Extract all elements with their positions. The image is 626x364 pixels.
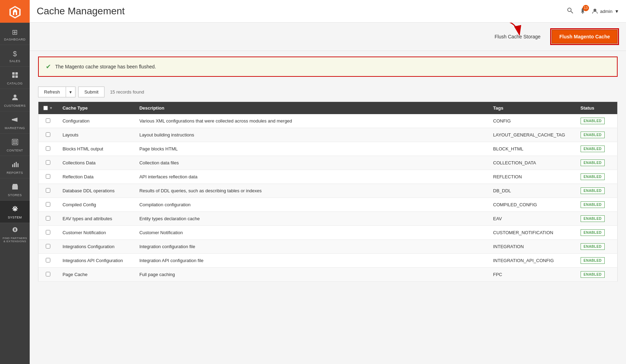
status-badge: ENABLED [581, 201, 605, 208]
row-description: Customer Notification [134, 226, 488, 240]
sidebar-item-label: SALES [9, 59, 21, 63]
row-cache-type: Database DDL operations [58, 184, 134, 198]
row-status: ENABLED [576, 142, 618, 156]
svg-point-20 [582, 13, 583, 14]
success-checkmark-icon: ✔ [46, 63, 51, 70]
status-badge: ENABLED [581, 146, 605, 152]
customers-icon [12, 94, 19, 103]
row-checkbox[interactable] [46, 146, 50, 151]
row-tags: DB_DDL [488, 184, 576, 198]
svg-rect-7 [13, 140, 15, 142]
row-description: Integration configuration file [134, 240, 488, 254]
table-row: Reflection Data API interfaces reflectio… [38, 170, 618, 184]
sidebar-item-label: DASHBOARD [4, 38, 26, 41]
sidebar-item-label: MARKETING [5, 126, 25, 130]
row-cache-type: Configuration [58, 114, 134, 128]
row-description: Page blocks HTML [134, 142, 488, 156]
header-dropdown-arrow[interactable]: ▼ [49, 106, 53, 110]
sidebar: ⊞ DASHBOARD $ SALES CATALOG CUSTOMERS [0, 0, 30, 364]
sidebar-item-reports[interactable]: REPORTS [0, 156, 30, 178]
row-status: ENABLED [576, 114, 618, 128]
row-checkbox-cell [38, 156, 58, 170]
svg-rect-2 [12, 75, 15, 78]
row-checkbox[interactable] [46, 118, 50, 123]
sidebar-item-stores[interactable]: STORES [0, 178, 30, 200]
table-row: Database DDL operations Results of DDL q… [38, 184, 618, 198]
row-checkbox[interactable] [46, 188, 50, 193]
row-checkbox[interactable] [46, 244, 50, 248]
sidebar-item-find-partners[interactable]: FIND PARTNERS & EXTENSIONS [0, 223, 30, 246]
row-checkbox-cell [38, 268, 58, 282]
row-checkbox[interactable] [46, 216, 50, 221]
main-content: Cache Management 13 admi [30, 0, 626, 364]
refresh-button-group: Refresh ▼ [38, 87, 75, 97]
row-description: Layout building instructions [134, 128, 488, 142]
sidebar-item-marketing[interactable]: MARKETING [0, 111, 30, 133]
sidebar-item-catalog[interactable]: CATALOG [0, 66, 30, 89]
row-checkbox[interactable] [46, 174, 50, 179]
sidebar-item-customers[interactable]: CUSTOMERS [0, 89, 30, 111]
svg-rect-0 [12, 72, 15, 75]
find-partners-icon [12, 226, 19, 235]
sidebar-item-label: FIND PARTNERS & EXTENSIONS [2, 237, 28, 243]
svg-rect-8 [15, 140, 17, 142]
row-cache-type: Collections Data [58, 156, 134, 170]
row-checkbox[interactable] [46, 160, 50, 165]
status-badge: ENABLED [581, 271, 605, 278]
svg-point-17 [14, 208, 16, 210]
row-tags: REFLECTION [488, 170, 576, 184]
table-row: Integrations Configuration Integration c… [38, 240, 618, 254]
search-icon[interactable] [567, 7, 574, 16]
sidebar-item-content[interactable]: CONTENT [0, 133, 30, 156]
content-icon [12, 139, 19, 147]
row-cache-type: Integrations API Configuration [58, 254, 134, 268]
select-all-checkbox[interactable] [43, 106, 48, 110]
table-row: Compiled Config Compilation configuratio… [38, 198, 618, 212]
dashboard-icon: ⊞ [12, 28, 18, 36]
row-description: Integration API configuration file [134, 254, 488, 268]
row-cache-type: EAV types and attributes [58, 212, 134, 226]
refresh-button[interactable]: Refresh [38, 87, 66, 97]
status-badge: ENABLED [581, 187, 605, 194]
sidebar-item-label: REPORTS [7, 171, 23, 174]
sidebar-item-dashboard[interactable]: ⊞ DASHBOARD [0, 23, 30, 45]
table-header-cache-type: Cache Type [58, 102, 134, 114]
row-checkbox[interactable] [46, 230, 50, 235]
sales-icon: $ [13, 50, 17, 58]
submit-button[interactable]: Submit [78, 87, 104, 97]
status-badge: ENABLED [581, 159, 605, 166]
row-checkbox[interactable] [46, 272, 50, 276]
admin-menu[interactable]: admin ▼ [592, 8, 619, 14]
sidebar-item-system[interactable]: SYSTEM [0, 200, 30, 223]
sidebar-item-sales[interactable]: $ SALES [0, 45, 30, 66]
row-checkbox[interactable] [46, 132, 50, 137]
notification-count: 13 [583, 5, 589, 11]
sidebar-item-label: CUSTOMERS [4, 104, 26, 107]
table-row: Collections Data Collection data files C… [38, 156, 618, 170]
row-checkbox[interactable] [46, 202, 50, 207]
svg-rect-12 [14, 163, 15, 167]
row-cache-type: Page Cache [58, 268, 134, 282]
notifications-icon[interactable]: 13 [579, 7, 586, 16]
row-cache-type: Reflection Data [58, 170, 134, 184]
success-message: ✔ The Magento cache storage has been flu… [38, 57, 618, 77]
svg-rect-1 [15, 72, 18, 75]
row-status: ENABLED [576, 198, 618, 212]
row-tags: CUSTOMER_NOTIFICATION [488, 226, 576, 240]
row-checkbox[interactable] [46, 258, 50, 262]
row-status: ENABLED [576, 254, 618, 268]
topbar-actions: 13 admin ▼ [567, 7, 619, 16]
row-checkbox-cell [38, 254, 58, 268]
toolbar: Refresh ▼ Submit 15 records found [30, 82, 626, 102]
row-cache-type: Integrations Configuration [58, 240, 134, 254]
row-description: Compilation configuration [134, 198, 488, 212]
table-row: Layouts Layout building instructions LAY… [38, 128, 618, 142]
flush-magento-cache-button[interactable]: Flush Magento Cache [552, 30, 618, 44]
row-cache-type: Compiled Config [58, 198, 134, 212]
row-tags: FPC [488, 268, 576, 282]
row-description: API interfaces reflection data [134, 170, 488, 184]
table-header-description: Description [134, 102, 488, 114]
refresh-dropdown-button[interactable]: ▼ [66, 87, 75, 97]
table-row: Integrations API Configuration Integrati… [38, 254, 618, 268]
logo[interactable] [0, 0, 30, 23]
